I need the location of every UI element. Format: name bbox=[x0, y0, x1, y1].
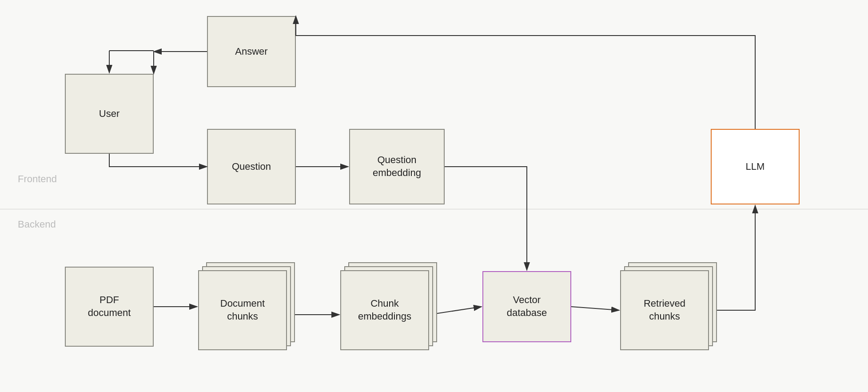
vector-database-box: Vector database bbox=[482, 271, 571, 342]
question-box: Question bbox=[207, 129, 296, 204]
llm-box: LLM bbox=[711, 129, 800, 204]
section-divider bbox=[0, 209, 868, 209]
retrieved-chunks-wrapper: Retrieved chunks bbox=[620, 262, 722, 351]
backend-label: Backend bbox=[18, 219, 56, 230]
chunk-embeddings-wrapper: Chunk embeddings bbox=[340, 262, 442, 351]
user-box: User bbox=[65, 74, 154, 154]
document-chunks-wrapper: Document chunks bbox=[198, 262, 300, 351]
question-embedding-box: Question embedding bbox=[349, 129, 445, 204]
diagram: Frontend Backend Answer User Question Qu… bbox=[0, 0, 868, 392]
pdf-document-box: PDF document bbox=[65, 267, 154, 347]
frontend-label: Frontend bbox=[18, 173, 57, 185]
svg-line-9 bbox=[571, 307, 619, 310]
answer-box: Answer bbox=[207, 16, 296, 87]
